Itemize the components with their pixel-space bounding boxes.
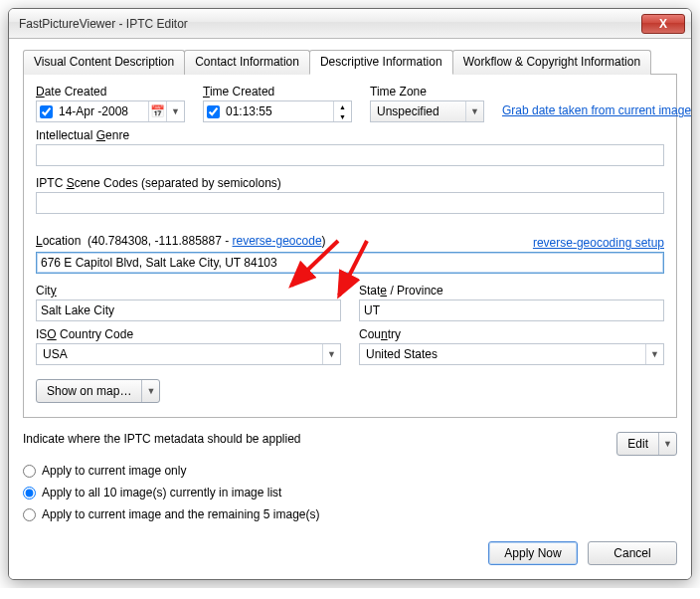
date-created-label: Date Created — [36, 85, 185, 99]
titlebar: FastPictureViewer - IPTC Editor X — [9, 9, 691, 39]
country-label: Country — [359, 327, 664, 341]
time-created-value: 01:13:55 — [222, 104, 333, 118]
radio-all-images[interactable]: Apply to all 10 image(s) currently in im… — [23, 486, 677, 499]
show-on-map-button[interactable]: Show on map… ▼ — [36, 379, 160, 403]
city-label: City — [36, 284, 341, 298]
chevron-down-icon[interactable]: ▼ — [465, 101, 483, 121]
state-input[interactable] — [359, 300, 664, 321]
edit-label: Edit — [617, 433, 658, 455]
intellectual-genre-label: Intellectual Genre — [36, 128, 664, 142]
tab-panel-descriptive: Date Created 14-Apr -2008 📅 ▼ Time Creat… — [23, 75, 677, 418]
state-label: State / Province — [359, 284, 664, 298]
apply-prompt: Indicate where the IPTC metadata should … — [23, 432, 301, 446]
reverse-geocoding-setup-link[interactable]: reverse-geocoding setup — [533, 236, 664, 250]
iso-label: ISO Country Code — [36, 327, 341, 341]
dialog-window: FastPictureViewer - IPTC Editor X Visual… — [8, 8, 692, 580]
timezone-combo[interactable]: Unspecified ▼ — [370, 100, 484, 122]
tab-workflow-copyright[interactable]: Workflow & Copyright Information — [452, 50, 652, 75]
city-input[interactable] — [36, 300, 341, 321]
apply-scope-radios: Apply to current image only Apply to all… — [23, 464, 677, 521]
calendar-icon[interactable]: 📅 — [148, 101, 166, 121]
location-input[interactable] — [36, 252, 664, 274]
timezone-value: Unspecified — [371, 104, 465, 118]
radio-remaining-images[interactable]: Apply to current image and the remaining… — [23, 507, 677, 521]
country-value: United States — [360, 347, 645, 361]
spinner-buttons[interactable]: ▲ ▼ — [333, 101, 351, 121]
show-on-map-label: Show on map… — [37, 380, 141, 402]
time-created-checkbox[interactable] — [207, 105, 220, 118]
scene-codes-input[interactable] — [36, 192, 664, 214]
tab-descriptive-info[interactable]: Descriptive Information — [309, 50, 453, 75]
chevron-down-icon[interactable]: ▼ — [166, 101, 184, 121]
chevron-down-icon[interactable]: ▼ — [322, 344, 340, 364]
scene-codes-label: IPTC Scene Codes (separated by semicolon… — [36, 176, 664, 190]
country-combo[interactable]: United States ▼ — [359, 343, 664, 365]
chevron-up-icon[interactable]: ▲ — [334, 101, 351, 111]
iso-country-value: USA — [37, 347, 322, 361]
time-created-spinner[interactable]: 01:13:55 ▲ ▼ — [203, 100, 352, 122]
radio-current-only[interactable]: Apply to current image only — [23, 464, 677, 478]
client-area: Visual Content Description Contact Infor… — [9, 39, 691, 579]
window-title: FastPictureViewer - IPTC Editor — [19, 17, 641, 31]
tab-visual-content[interactable]: Visual Content Description — [23, 50, 185, 75]
apply-now-button[interactable]: Apply Now — [488, 541, 578, 565]
close-icon: X — [659, 17, 667, 31]
chevron-down-icon[interactable]: ▼ — [334, 111, 351, 121]
date-created-checkbox[interactable] — [40, 105, 53, 118]
grab-date-link[interactable]: Grab date taken from current image — [502, 103, 691, 117]
tab-contact-info[interactable]: Contact Information — [184, 50, 310, 75]
edit-button[interactable]: Edit ▼ — [616, 432, 677, 456]
location-label: Location (40.784308, -111.885887 - rever… — [36, 234, 326, 248]
intellectual-genre-input[interactable] — [36, 144, 664, 166]
cancel-button[interactable]: Cancel — [588, 541, 677, 565]
timezone-label: Time Zone — [370, 85, 484, 99]
chevron-down-icon[interactable]: ▼ — [645, 344, 663, 364]
reverse-geocode-link[interactable]: reverse-geocode — [233, 234, 322, 248]
date-created-picker[interactable]: 14-Apr -2008 📅 ▼ — [36, 100, 185, 122]
lower-panel: Indicate where the IPTC metadata should … — [23, 432, 677, 565]
date-created-value: 14-Apr -2008 — [55, 104, 148, 118]
close-button[interactable]: X — [641, 14, 685, 34]
chevron-down-icon[interactable]: ▼ — [658, 433, 676, 455]
iso-country-combo[interactable]: USA ▼ — [36, 343, 341, 365]
tabstrip: Visual Content Description Contact Infor… — [23, 49, 677, 75]
time-created-label: Time Created — [203, 85, 352, 99]
chevron-down-icon[interactable]: ▼ — [141, 380, 159, 402]
